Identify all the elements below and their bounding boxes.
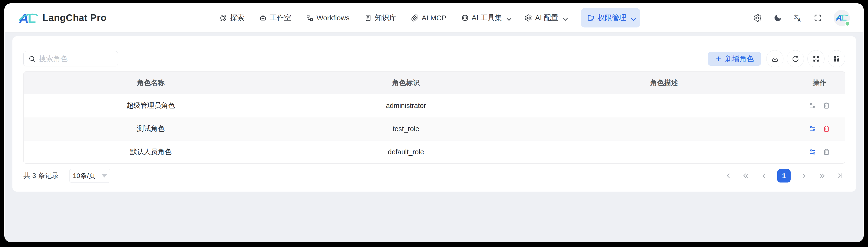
role-name-cell: 测试角色	[24, 117, 278, 140]
ai-config-gear-icon	[525, 14, 532, 22]
column-header-role-name: 角色名称	[24, 72, 278, 94]
expand-button[interactable]	[807, 50, 825, 67]
role-code-cell: default_role	[278, 141, 534, 163]
pagination: 1	[723, 169, 845, 183]
nav-label: AI 工具集	[472, 13, 502, 23]
edit-permissions-icon[interactable]	[809, 148, 816, 155]
expand-icon	[812, 55, 820, 63]
table-row: 默认人员角色 default_role	[24, 140, 845, 163]
knowledge-book-icon	[364, 14, 372, 22]
app-logo[interactable]: A L LangChat Pro	[19, 10, 106, 25]
al-logo-icon: A L	[19, 10, 38, 25]
svg-text:A: A	[19, 11, 29, 25]
ai-tools-brain-icon	[461, 14, 469, 22]
toolbar-actions: 新增角色	[708, 50, 845, 67]
page-size-value: 10条/页	[73, 171, 96, 180]
delete-trash-icon[interactable]	[823, 125, 830, 132]
refresh-icon	[792, 55, 800, 63]
table-header-row: 角色名称 角色标识 角色描述 操作	[24, 72, 845, 94]
app-title: LangChat Pro	[42, 12, 106, 23]
role-description-cell	[534, 141, 794, 163]
forward-pages-button[interactable]	[817, 171, 827, 181]
nav-label: 权限管理	[598, 13, 626, 23]
settings-gear-icon[interactable]	[753, 13, 762, 22]
edit-permissions-icon[interactable]	[809, 102, 816, 109]
add-role-label: 新增角色	[725, 54, 754, 64]
online-status-dot	[845, 21, 850, 27]
roles-toolbar: 新增角色	[23, 51, 845, 67]
role-description-cell	[534, 117, 794, 140]
dark-mode-moon-icon[interactable]	[773, 13, 782, 22]
total-records-text: 共 3 条记录	[23, 171, 59, 181]
role-name-cell: 超级管理员角色	[24, 94, 278, 117]
role-code-cell: test_role	[278, 117, 534, 140]
table-row: 超级管理员角色 administrator	[24, 94, 845, 117]
fullscreen-icon[interactable]	[813, 13, 822, 22]
row-actions	[794, 141, 845, 163]
column-header-actions: 操作	[794, 72, 845, 94]
nav-label: AI MCP	[422, 14, 446, 22]
roles-table: 角色名称 角色标识 角色描述 操作 超级管理员角色 administrator	[23, 71, 845, 164]
download-button[interactable]	[766, 50, 783, 67]
add-role-button[interactable]: 新增角色	[708, 52, 761, 66]
search-role-box[interactable]	[23, 51, 118, 66]
grid-layout-icon	[833, 55, 840, 63]
chevron-down-icon	[505, 16, 510, 20]
nav-label: AI 配置	[535, 13, 558, 23]
nav-item-ai-tools[interactable]: AI 工具集	[461, 13, 510, 23]
nav-label: Workflows	[316, 14, 349, 22]
nav-label: 工作室	[270, 13, 291, 23]
prev-page-button[interactable]	[759, 171, 769, 181]
role-code-cell: administrator	[278, 94, 534, 117]
workflow-icon	[306, 14, 314, 22]
topbar-actions: 文 A A L	[753, 10, 850, 26]
grid-layout-button[interactable]	[828, 50, 845, 67]
download-icon	[771, 55, 779, 63]
table-row: 测试角色 test_role	[24, 117, 845, 140]
delete-trash-icon[interactable]	[823, 102, 830, 109]
edit-permissions-icon[interactable]	[809, 125, 816, 132]
column-header-role-code: 角色标识	[278, 72, 534, 94]
table-tool-buttons	[766, 50, 845, 67]
app-window: A L LangChat Pro 探索	[4, 3, 864, 242]
page-content: 新增角色	[4, 32, 864, 242]
nav-item-explore[interactable]: 探索	[219, 13, 244, 23]
nav-item-knowledge[interactable]: 知识库	[364, 13, 396, 23]
nav-item-workflows[interactable]: Workflows	[306, 14, 349, 22]
delete-trash-icon[interactable]	[823, 148, 830, 155]
top-navbar: A L LangChat Pro 探索	[4, 3, 864, 32]
nav-item-studio[interactable]: 工作室	[259, 13, 291, 23]
row-actions	[794, 117, 845, 140]
main-nav: 探索 工作室	[106, 8, 753, 28]
plus-icon	[715, 55, 722, 62]
search-role-input[interactable]	[39, 55, 113, 63]
roles-card: 新增角色	[12, 36, 856, 192]
chevron-down-icon	[630, 16, 634, 20]
role-description-cell	[534, 94, 794, 117]
studio-robot-icon	[259, 14, 267, 22]
search-icon	[28, 55, 36, 62]
nav-item-ai-mcp[interactable]: AI MCP	[411, 14, 446, 22]
footer-left: 共 3 条记录 10条/页	[23, 169, 110, 183]
user-avatar[interactable]: A L	[834, 10, 850, 26]
nav-item-ai-config[interactable]: AI 配置	[525, 13, 566, 23]
next-page-button[interactable]	[799, 171, 809, 181]
table-footer: 共 3 条记录 10条/页 1	[23, 169, 845, 183]
page-size-select[interactable]: 10条/页	[69, 169, 110, 183]
nav-label: 知识库	[375, 13, 396, 23]
translate-icon[interactable]: 文 A	[794, 13, 802, 22]
row-actions	[794, 94, 845, 117]
svg-text:A: A	[798, 18, 801, 22]
svg-text:L: L	[28, 11, 36, 25]
select-arrow-icon	[102, 174, 107, 178]
chevron-down-icon	[562, 16, 566, 20]
last-page-button[interactable]	[836, 171, 845, 181]
nav-label: 探索	[230, 13, 244, 23]
rewind-pages-button[interactable]	[741, 171, 750, 181]
first-page-button[interactable]	[723, 171, 732, 181]
nav-item-permissions[interactable]: 权限管理	[581, 8, 640, 28]
current-page-button[interactable]: 1	[777, 169, 790, 183]
mcp-paperclip-icon	[411, 14, 419, 22]
table-body: 超级管理员角色 administrator	[24, 94, 845, 163]
refresh-button[interactable]	[787, 50, 804, 67]
